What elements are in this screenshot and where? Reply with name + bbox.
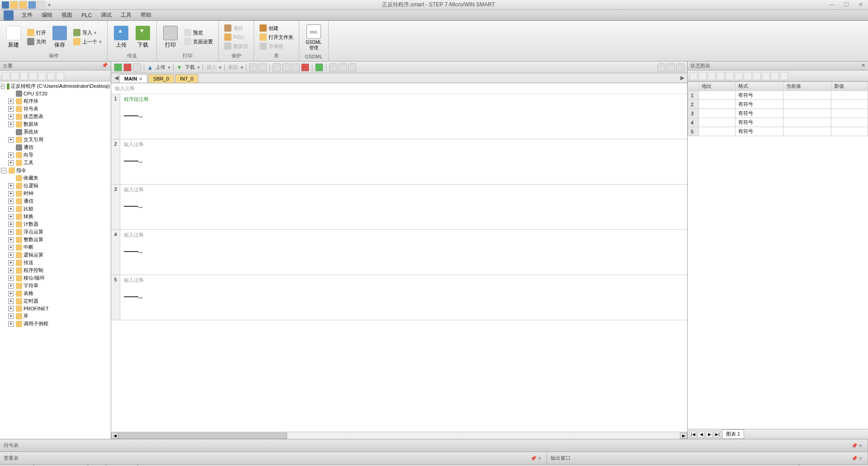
tree-instructions[interactable]: 指令 xyxy=(16,167,26,174)
cell-current[interactable] xyxy=(783,118,831,127)
tree-profinet[interactable]: PROFINET xyxy=(24,306,49,311)
download-button[interactable]: ▼ 下载 xyxy=(133,25,153,50)
tree-toggle[interactable]: + xyxy=(8,191,14,196)
network-2[interactable]: 2 输入注释 → xyxy=(111,139,687,185)
panel-pin-icon[interactable]: 📌 xyxy=(530,456,536,461)
st-tb-7[interactable] xyxy=(744,72,752,80)
tree-toggle[interactable]: + xyxy=(8,122,14,127)
hscroll-left[interactable]: ◀ xyxy=(111,433,118,439)
tab-int0[interactable]: INT_0 xyxy=(175,74,198,83)
tree-comm[interactable]: 通信 xyxy=(24,198,33,204)
upload-button[interactable]: ▲ 上传 xyxy=(111,25,131,50)
panel-close-icon[interactable]: ✕ xyxy=(859,443,864,448)
tree-toggle[interactable]: + xyxy=(8,206,14,212)
stop-button[interactable] xyxy=(123,63,132,71)
qat-print-icon[interactable] xyxy=(37,1,45,9)
output-window-panel[interactable]: 输出窗口 📌✕ xyxy=(547,452,868,464)
tree-toggle[interactable]: + xyxy=(8,306,14,311)
col-format[interactable]: 格式 xyxy=(735,82,783,91)
qat-open-icon[interactable] xyxy=(19,1,27,9)
network-comment[interactable]: 程序段注释 xyxy=(124,96,684,103)
panel-pin-icon[interactable]: 📌 xyxy=(851,443,857,448)
tree-favorites[interactable]: 收藏夹 xyxy=(24,175,38,181)
network-3[interactable]: 3 输入注释 → xyxy=(111,185,687,230)
cell-format[interactable]: 有符号 xyxy=(735,91,783,100)
pagesetup-button[interactable]: 页面设置 xyxy=(182,38,215,46)
panel-close-icon[interactable]: ✕ xyxy=(538,456,543,461)
et-btn-d[interactable] xyxy=(282,63,290,71)
tree-tb-btn-7[interactable] xyxy=(56,72,64,80)
table-row[interactable]: 4有符号 xyxy=(688,118,868,127)
tree-logic[interactable]: 逻辑运算 xyxy=(24,252,43,258)
tree-bit-logic[interactable]: 位逻辑 xyxy=(24,182,38,189)
et-btn-b[interactable] xyxy=(259,63,267,71)
tree-toggle[interactable]: + xyxy=(8,160,14,166)
network-4[interactable]: 4 输入注释 → xyxy=(111,230,687,275)
network-1[interactable]: 1 程序段注释 → xyxy=(111,94,687,139)
tree-string[interactable]: 字符串 xyxy=(24,282,38,289)
qat-save-icon[interactable] xyxy=(28,1,36,9)
et-btn-h[interactable] xyxy=(339,63,347,71)
tree-tb-btn-4[interactable] xyxy=(29,72,37,80)
cell-new[interactable] xyxy=(831,109,868,118)
table-row[interactable]: 3有符号 xyxy=(688,109,868,118)
tree-wizard[interactable]: 向导 xyxy=(24,152,33,158)
tree-root[interactable]: 正反转程序 (C:\Users\Administrator\Desktop) xyxy=(11,83,110,90)
compile-button[interactable] xyxy=(133,63,141,71)
editor-hscroll[interactable]: ◀ ▶ xyxy=(111,432,687,439)
pager-last[interactable]: ▶| xyxy=(714,431,721,438)
tree-integer[interactable]: 整数运算 xyxy=(24,236,43,243)
cell-address[interactable] xyxy=(699,127,736,136)
panel-close-icon[interactable]: ✕ xyxy=(861,62,865,69)
tree-status-chart[interactable]: 状态图表 xyxy=(24,113,43,120)
pager-first[interactable]: |◀ xyxy=(689,431,697,438)
et-btn-c[interactable] xyxy=(273,63,281,71)
tree-data-block[interactable]: 数据块 xyxy=(24,121,38,128)
et-btn-k[interactable] xyxy=(667,63,675,71)
cell-new[interactable] xyxy=(831,127,868,136)
tab-main[interactable]: MAIN ✕ xyxy=(119,74,147,83)
symbol-table-panel[interactable]: 符号表 📌✕ xyxy=(0,439,868,452)
project-button[interactable]: 项目 xyxy=(222,24,250,32)
tree-program-block[interactable]: 程序块 xyxy=(24,98,38,105)
ladder-rung[interactable]: → xyxy=(124,106,684,124)
tree-toggle[interactable]: + xyxy=(8,99,14,104)
et-btn-j[interactable] xyxy=(657,63,665,71)
panel-pin-icon[interactable]: 📌 xyxy=(851,456,857,461)
tree-tools[interactable]: 工具 xyxy=(24,159,33,166)
tree-float[interactable]: 浮点运算 xyxy=(24,228,43,235)
menu-file[interactable]: 文件 xyxy=(17,10,37,20)
ladder-rung[interactable]: → xyxy=(124,242,684,260)
maximize-button[interactable]: ☐ xyxy=(841,1,852,9)
gsdml-button[interactable]: XML GSDML 管理 xyxy=(303,24,325,52)
cell-new[interactable] xyxy=(831,118,868,127)
ladder-editor[interactable]: 输入注释 1 程序段注释 → 2 输入注释 → 3 输入注释 → xyxy=(111,83,687,432)
cell-format[interactable]: 有符号 xyxy=(735,109,783,118)
tree-toggle[interactable]: + xyxy=(8,152,14,158)
tree-clock[interactable]: 时钟 xyxy=(24,190,33,197)
tab-close-icon[interactable]: ✕ xyxy=(139,76,142,81)
st-tb-11[interactable] xyxy=(780,72,788,80)
col-current[interactable]: 当前值 xyxy=(783,82,831,91)
st-tb-3[interactable] xyxy=(708,72,716,80)
open-button[interactable]: 打开 xyxy=(25,29,48,37)
tree-cross-ref[interactable]: 交叉引用 xyxy=(24,136,43,143)
menu-help[interactable]: 帮助 xyxy=(136,10,156,20)
hscroll-thumb[interactable] xyxy=(118,433,287,439)
project-tree[interactable]: −正反转程序 (C:\Users\Administrator\Desktop) … xyxy=(0,81,111,439)
st-tb-8[interactable] xyxy=(753,72,761,80)
close-button[interactable]: ✕ xyxy=(855,1,866,9)
st-tb-2[interactable] xyxy=(698,72,707,80)
et-btn-a[interactable] xyxy=(249,63,257,71)
et-btn-i[interactable] xyxy=(348,63,356,71)
network-comment[interactable]: 输入注释 xyxy=(124,277,684,284)
cell-new[interactable] xyxy=(831,91,868,100)
tree-tb-btn-1[interactable] xyxy=(2,72,10,80)
tree-toggle[interactable]: + xyxy=(8,252,14,258)
qat-new-icon[interactable] xyxy=(10,1,18,9)
tree-cpu[interactable]: CPU ST20 xyxy=(24,91,47,96)
datapage-button[interactable]: 数据页 xyxy=(222,42,250,50)
cell-format[interactable]: 有符号 xyxy=(735,127,783,136)
col-address[interactable]: 地址 xyxy=(699,82,736,91)
app-menu-icon[interactable] xyxy=(4,10,14,20)
